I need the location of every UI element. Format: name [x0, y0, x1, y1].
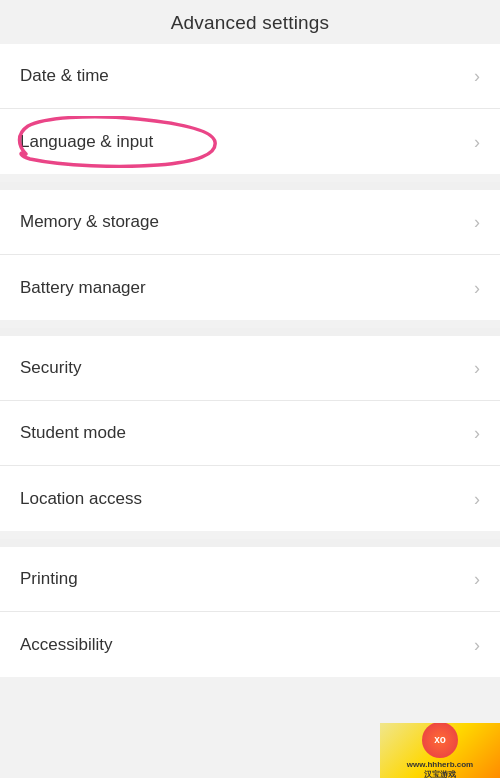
chevron-icon-memory-storage: ›	[474, 213, 480, 231]
section-divider-2	[0, 328, 500, 336]
section-3: Security › Student mode › Location acces…	[0, 336, 500, 531]
chevron-icon-printing: ›	[474, 570, 480, 588]
settings-item-battery-manager[interactable]: Battery manager ›	[0, 255, 500, 320]
memory-storage-label: Memory & storage	[20, 212, 159, 232]
printing-label: Printing	[20, 569, 78, 589]
language-input-label: Language & input	[20, 132, 153, 152]
student-mode-label: Student mode	[20, 423, 126, 443]
chevron-icon-language-input: ›	[474, 133, 480, 151]
watermark: xo www.hhherb.com 汉宝游戏	[380, 723, 500, 778]
chevron-icon-accessibility: ›	[474, 636, 480, 654]
chevron-icon-student-mode: ›	[474, 424, 480, 442]
chevron-icon-battery-manager: ›	[474, 279, 480, 297]
page-title: Advanced settings	[171, 12, 330, 33]
chevron-icon-security: ›	[474, 359, 480, 377]
section-2: Memory & storage › Battery manager ›	[0, 190, 500, 320]
settings-item-location-access[interactable]: Location access ›	[0, 466, 500, 531]
settings-item-date-time[interactable]: Date & time ›	[0, 44, 500, 109]
settings-item-memory-storage[interactable]: Memory & storage ›	[0, 190, 500, 255]
watermark-inner: xo www.hhherb.com 汉宝游戏	[407, 723, 473, 778]
settings-item-language-input[interactable]: Language & input ›	[0, 109, 500, 174]
battery-manager-label: Battery manager	[20, 278, 146, 298]
settings-item-security[interactable]: Security ›	[0, 336, 500, 401]
watermark-site-text: www.hhherb.com	[407, 760, 473, 769]
settings-item-accessibility[interactable]: Accessibility ›	[0, 612, 500, 677]
section-divider-3	[0, 539, 500, 547]
watermark-brand: 汉宝游戏	[424, 769, 456, 779]
section-4: Printing › Accessibility ›	[0, 547, 500, 677]
section-divider-1	[0, 182, 500, 190]
section-1: Date & time › Language & input ›	[0, 44, 500, 174]
accessibility-label: Accessibility	[20, 635, 113, 655]
location-access-label: Location access	[20, 489, 142, 509]
date-time-label: Date & time	[20, 66, 109, 86]
chevron-icon-location-access: ›	[474, 490, 480, 508]
watermark-logo: xo	[422, 723, 458, 758]
security-label: Security	[20, 358, 81, 378]
chevron-icon-date-time: ›	[474, 67, 480, 85]
settings-item-student-mode[interactable]: Student mode ›	[0, 401, 500, 466]
settings-item-printing[interactable]: Printing ›	[0, 547, 500, 612]
page-header: Advanced settings	[0, 0, 500, 44]
